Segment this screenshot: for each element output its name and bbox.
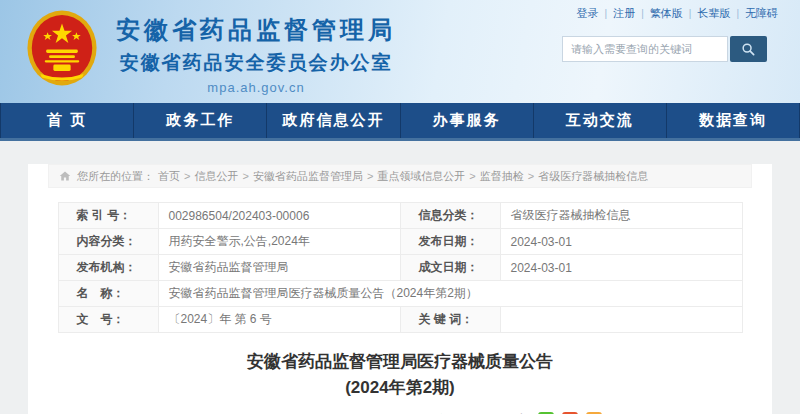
login-link[interactable]: 登录 — [577, 6, 599, 21]
breadcrumb-item-agency[interactable]: 安徽省药品监督管理局 — [253, 169, 363, 184]
content-category-label: 内容分类： — [58, 229, 158, 255]
publisher-label: 发布机构： — [58, 255, 158, 281]
separator: > — [367, 170, 373, 182]
document-meta-table: 索 引 号： 002986504/202403-00006 信息分类： 省级医疗… — [58, 202, 743, 333]
table-row: 内容分类： 用药安全警示,公告,2024年 发布日期： 2024-03-01 — [58, 229, 742, 255]
breadcrumb-item-home[interactable]: 首页 — [158, 169, 180, 184]
document-name-value: 安徽省药品监督管理局医疗器械质量公告（2024年第2期） — [158, 281, 742, 307]
separator: | — [605, 8, 608, 19]
table-row: 索 引 号： 002986504/202403-00006 信息分类： 省级医疗… — [58, 203, 742, 229]
search-bar — [562, 36, 767, 62]
traditional-version-link[interactable]: 繁体版 — [650, 6, 683, 21]
separator: | — [736, 8, 739, 19]
nav-item-info-disclosure[interactable]: 政府信息公开 — [267, 103, 400, 138]
content-panel: 您所在的位置： 首页 > 信息公开 > 安徽省药品监督管理局 > 重点领域信息公… — [28, 164, 772, 414]
nav-item-interaction[interactable]: 互动交流 — [534, 103, 667, 138]
separator: > — [528, 170, 534, 182]
site-subtitle: 安徽省药品安全委员会办公室 — [106, 50, 406, 76]
national-emblem-logo — [26, 9, 98, 87]
topbar: 登录 | 注册 | 繁体版 | 长辈版 | 无障碍 — [577, 6, 778, 21]
keywords-label: 关 键 词： — [400, 307, 500, 333]
register-link[interactable]: 注册 — [613, 6, 635, 21]
breadcrumb-prefix: 您所在的位置： — [77, 169, 154, 184]
publish-date-label: 发布日期： — [400, 229, 500, 255]
document-name-label: 名 称： — [58, 281, 158, 307]
article-title: 安徽省药品监督管理局医疗器械质量公告 (2024年第2期) — [28, 349, 772, 402]
accessibility-link[interactable]: 无障碍 — [745, 6, 778, 21]
index-number-value: 002986504/202403-00006 — [158, 203, 400, 229]
written-date-value: 2024-03-01 — [500, 255, 742, 281]
site-header: 登录 | 注册 | 繁体版 | 长辈版 | 无障碍 安徽省药品监督管理局 安徽省… — [0, 0, 800, 103]
site-title-block: 安徽省药品监督管理局 安徽省药品安全委员会办公室 mpa.ah.gov.cn — [106, 14, 406, 95]
nav-item-government-work[interactable]: 政务工作 — [134, 103, 267, 138]
publish-date-value: 2024-03-01 — [500, 229, 742, 255]
info-category-value: 省级医疗器械抽检信息 — [500, 203, 742, 229]
nav-item-services[interactable]: 办事服务 — [401, 103, 534, 138]
content-category-value: 用药安全警示,公告,2024年 — [158, 229, 400, 255]
site-title: 安徽省药品监督管理局 — [106, 14, 406, 46]
breadcrumb-item-device-info[interactable]: 省级医疗器械抽检信息 — [538, 169, 648, 184]
document-number-label: 文 号： — [58, 307, 158, 333]
separator: > — [184, 170, 190, 182]
info-category-label: 信息分类： — [400, 203, 500, 229]
content-wrap: 您所在的位置： 首页 > 信息公开 > 安徽省药品监督管理局 > 重点领域信息公… — [0, 141, 800, 414]
table-row: 名 称： 安徽省药品监督管理局医疗器械质量公告（2024年第2期） — [58, 281, 742, 307]
separator: > — [469, 170, 475, 182]
breadcrumb-item-key-areas[interactable]: 重点领域信息公开 — [377, 169, 465, 184]
separator: | — [641, 8, 644, 19]
document-number-value: 〔2024〕年 第 6 号 — [158, 307, 400, 333]
home-icon — [59, 170, 71, 182]
article-title-line1: 安徽省药品监督管理局医疗器械质量公告 — [28, 349, 772, 375]
site-url: mpa.ah.gov.cn — [106, 80, 406, 95]
nav-item-home[interactable]: 首 页 — [0, 103, 134, 138]
article-title-line2: (2024年第2期) — [28, 375, 772, 401]
separator: > — [242, 170, 248, 182]
index-number-label: 索 引 号： — [58, 203, 158, 229]
search-input[interactable] — [562, 36, 728, 62]
search-button[interactable] — [730, 36, 767, 62]
breadcrumb-item-info-disclosure[interactable]: 信息公开 — [194, 169, 238, 184]
keywords-value — [500, 307, 742, 333]
breadcrumb-item-inspection[interactable]: 监督抽检 — [480, 169, 524, 184]
publisher-value: 安徽省药品监督管理局 — [158, 255, 400, 281]
table-row: 文 号： 〔2024〕年 第 6 号 关 键 词： — [58, 307, 742, 333]
nav-item-data-query[interactable]: 数据查询 — [667, 103, 800, 138]
search-icon — [741, 42, 756, 57]
written-date-label: 成文日期： — [400, 255, 500, 281]
table-row: 发布机构： 安徽省药品监督管理局 成文日期： 2024-03-01 — [58, 255, 742, 281]
separator: | — [689, 8, 692, 19]
elderly-version-link[interactable]: 长辈版 — [697, 6, 730, 21]
breadcrumb: 您所在的位置： 首页 > 信息公开 > 安徽省药品监督管理局 > 重点领域信息公… — [48, 164, 752, 188]
main-nav: 首 页 政务工作 政府信息公开 办事服务 互动交流 数据查询 — [0, 103, 800, 141]
